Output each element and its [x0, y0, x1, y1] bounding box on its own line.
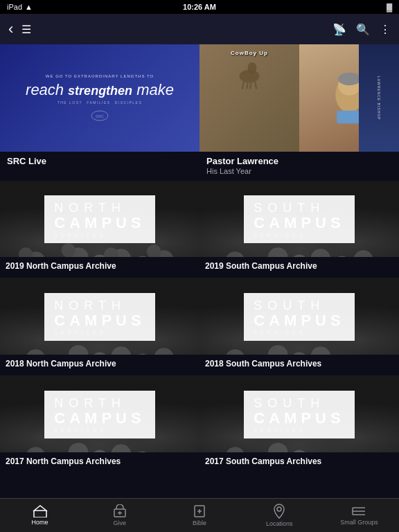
pastor-label: Pastor Lawrence His Last Year	[200, 156, 399, 175]
campus-label-box-5: SOUTH CAMPUS SERVICES	[200, 376, 399, 452]
tab-locations[interactable]: Locations	[240, 499, 319, 532]
archive-item-5[interactable]: SOUTH CAMPUS SERVICES 2017 South Campus …	[200, 376, 399, 473]
archive-title-0: 2019 North Campus Archive	[0, 257, 200, 278]
tab-home[interactable]: Home	[0, 499, 80, 532]
hero-section: WE GO TO EXTRAORDINARY LENGTHS TO reach …	[0, 44, 399, 152]
hero-tagline: WE GO TO EXTRAORDINARY LENGTHS TO	[46, 74, 154, 78]
svg-rect-11	[337, 111, 362, 123]
archive-item-2[interactable]: NORTH CAMPUS SERVICES 2018 North Campus …	[0, 278, 200, 375]
nav-left: ‹ ☰	[8, 20, 31, 38]
horse-silhouette	[236, 56, 263, 91]
wifi-icon: ▲	[25, 3, 33, 11]
svg-text:SRC: SRC	[96, 114, 105, 118]
pastor-lawrence-card[interactable]: CowBoy Up	[200, 44, 399, 152]
cast-button[interactable]: 📡	[332, 23, 346, 36]
carrier-label: iPad	[7, 3, 22, 11]
pastor-subtitle: His Last Year	[206, 167, 399, 175]
src-logo: SRC	[89, 109, 110, 123]
archive-thumb-2: NORTH CAMPUS SERVICES	[0, 278, 200, 355]
tab-locations-label: Locations	[266, 520, 293, 527]
archive-thumb-5: SOUTH CAMPUS SERVICES	[200, 376, 399, 452]
status-right: ▓	[387, 3, 392, 11]
campus-line1-s3: SOUTH	[254, 396, 344, 411]
archive-grid: NORTH CAMPUS SERVICES 2019 North Campus …	[0, 181, 399, 473]
campus-line2-s: CAMPUS	[254, 215, 344, 231]
home-icon	[33, 505, 48, 517]
menu-button[interactable]: ☰	[21, 23, 31, 36]
tab-give[interactable]: Give	[80, 499, 159, 532]
campus-line2-n2: CAMPUS	[54, 313, 145, 328]
word-make: make	[136, 81, 174, 99]
main-content[interactable]: WE GO TO EXTRAORDINARY LENGTHS TO reach …	[0, 44, 399, 498]
back-button[interactable]: ‹	[8, 20, 13, 38]
bible-icon	[193, 504, 206, 518]
campus-line1-s: SOUTH	[254, 201, 344, 215]
nav-bar: ‹ ☰ 📡 🔍 ⋮	[0, 14, 399, 44]
campus-services: SERVICES	[54, 233, 145, 238]
archive-item-4[interactable]: NORTH CAMPUS SERVICES 2017 North Campus …	[0, 376, 200, 473]
svg-line-6	[250, 83, 251, 89]
hero-labels: SRC Live Pastor Lawrence His Last Year	[0, 152, 399, 181]
svg-rect-60	[34, 511, 46, 517]
tab-small-groups[interactable]: Small Groups	[319, 499, 399, 532]
archive-item-3[interactable]: SOUTH CAMPUS SERVICES 2018 South Campus …	[200, 278, 399, 375]
book-title-spine: LAWRENCE BISHOP	[377, 76, 381, 120]
more-button[interactable]: ⋮	[380, 23, 391, 36]
locations-icon	[273, 504, 285, 519]
campus-line2-s3: CAMPUS	[254, 411, 344, 426]
archive-title-3: 2018 South Campus Archives	[200, 355, 399, 375]
tab-bar: Home Give Bible Locations	[0, 498, 399, 532]
campus-line2-s2: CAMPUS	[254, 313, 344, 328]
svg-point-67	[277, 507, 281, 511]
svg-point-10	[338, 73, 361, 85]
tab-home-label: Home	[32, 519, 48, 526]
campus-line1-n3: NORTH	[54, 396, 145, 411]
campus-card-south-2018: SOUTH CAMPUS SERVICES	[200, 278, 399, 355]
campus-services-s2: SERVICES	[254, 330, 344, 335]
tab-bible[interactable]: Bible	[159, 499, 239, 532]
campus-services-n2: SERVICES	[54, 330, 145, 335]
archive-title-2: 2018 North Campus Archive	[0, 355, 200, 375]
campus-services-s: SERVICES	[254, 233, 344, 238]
svg-line-7	[255, 82, 256, 89]
tab-small-groups-label: Small Groups	[340, 519, 378, 526]
archive-thumb-3: SOUTH CAMPUS SERVICES	[200, 278, 399, 355]
campus-line2: CAMPUS	[54, 215, 145, 231]
archive-item-0[interactable]: NORTH CAMPUS SERVICES 2019 North Campus …	[0, 181, 200, 278]
pastor-title: Pastor Lawrence	[206, 156, 399, 166]
campus-services-s3: SERVICES	[254, 428, 344, 433]
word-reach: reach	[26, 81, 64, 99]
tab-bible-label: Bible	[193, 520, 206, 526]
status-bar: iPad ▲ 10:26 AM ▓	[0, 0, 399, 14]
src-live-label: SRC Live	[0, 156, 200, 175]
campus-services-n3: SERVICES	[54, 428, 145, 433]
archive-title-1: 2019 South Campus Archive	[200, 257, 399, 278]
nav-right: 📡 🔍 ⋮	[332, 23, 391, 36]
battery-icon: ▓	[387, 3, 392, 11]
tab-give-label: Give	[114, 520, 127, 526]
campus-label-box-2: NORTH CAMPUS SERVICES	[0, 278, 200, 355]
word-strengthen: strengthen	[68, 84, 132, 98]
svg-line-4	[242, 82, 244, 89]
status-left: iPad ▲	[7, 3, 33, 11]
campus-line1-s2: SOUTH	[254, 299, 344, 313]
hero-words: reach strengthen make	[26, 81, 174, 99]
archive-thumb-1: SOUTH CAMPUS SERVICES	[200, 181, 399, 257]
sub-lost: THE LOST	[57, 100, 82, 105]
campus-label-box-1: SOUTH CAMPUS SERVICES	[200, 181, 399, 257]
campus-label-box-3: SOUTH CAMPUS SERVICES	[200, 278, 399, 355]
campus-label-box: NORTH CAMPUS SERVICES	[0, 181, 200, 257]
campus-card-south-2017: SOUTH CAMPUS SERVICES	[200, 376, 399, 452]
svg-point-3	[248, 62, 257, 73]
campus-line1: NORTH	[54, 201, 145, 215]
campus-card-north-2018: NORTH CAMPUS SERVICES	[0, 278, 200, 355]
campus-card-north-2017: NORTH CAMPUS SERVICES	[0, 376, 200, 452]
svg-line-5	[247, 83, 248, 89]
src-live-card[interactable]: WE GO TO EXTRAORDINARY LENGTHS TO reach …	[0, 44, 200, 152]
campus-line2-n3: CAMPUS	[54, 411, 145, 426]
sub-disciples: DISCIPLES	[115, 100, 143, 105]
archive-item-1[interactable]: SOUTH CAMPUS SERVICES 2019 South Campus …	[200, 181, 399, 278]
sub-families: FAMILIES	[87, 100, 111, 105]
search-button[interactable]: 🔍	[356, 23, 370, 36]
status-time: 10:26 AM	[183, 3, 216, 11]
